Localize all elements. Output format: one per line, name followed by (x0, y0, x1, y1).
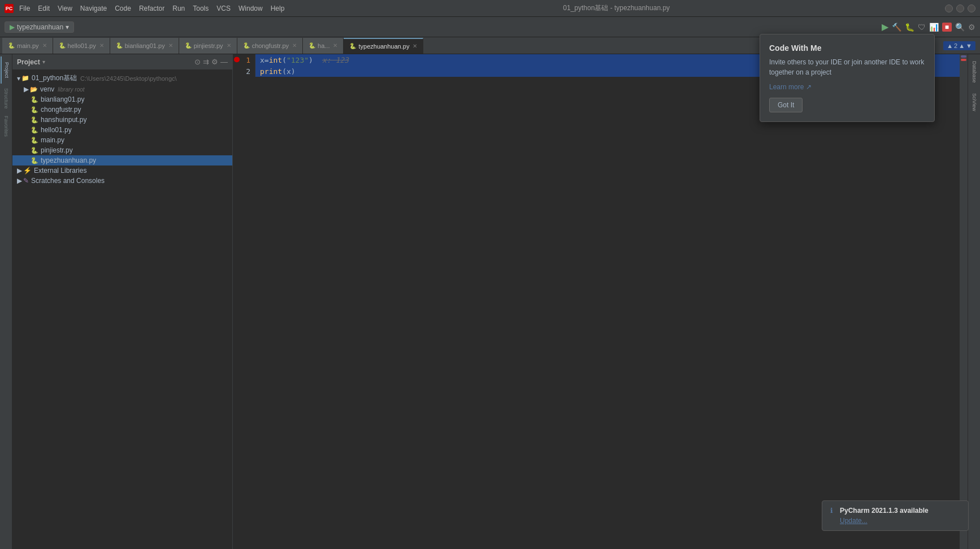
tree-chongfustr[interactable]: 🐍 chongfustr.py (12, 104, 232, 115)
minimize-button[interactable] (945, 5, 953, 12)
code-with-me-popup: Code With Me Invite others to your IDE o… (760, 34, 935, 122)
tree-hello01[interactable]: 🐍 hello01.py (12, 125, 232, 135)
tab-close-typezhuanhuan[interactable]: ✕ (413, 43, 417, 49)
settings-button[interactable]: ⚙ (968, 23, 975, 32)
menu-view[interactable]: View (54, 3, 76, 14)
tab-label: pinjiestr.py (194, 42, 223, 49)
collapse-all-icon[interactable]: ⇉ (203, 58, 209, 66)
problem-badge[interactable]: ▲ 2 ▲ ▼ (943, 41, 975, 50)
tree-scratches[interactable]: ▶ ✎ Scratches and Consoles (12, 176, 232, 186)
update-notification: ℹ PyCharm 2021.1.3 available Update... (822, 500, 969, 531)
tree-pinjiestr[interactable]: 🐍 pinjiestr.py (12, 145, 232, 155)
py-file-icon: 🐍 (59, 42, 66, 49)
tree-main[interactable]: 🐍 main.py (12, 135, 232, 145)
menu-navigate[interactable]: Navigate (77, 3, 110, 14)
right-sidebar: Database SciView (968, 54, 980, 549)
run-config-dropdown[interactable]: ▾ (66, 23, 69, 31)
update-content: ℹ PyCharm 2021.1.3 available Update... (830, 507, 960, 525)
close-button[interactable] (968, 5, 975, 12)
search-button[interactable]: 🔍 (955, 23, 965, 32)
update-title: PyCharm 2021.1.3 available (840, 507, 929, 515)
sidebar-item-structure[interactable]: Structure (1, 85, 12, 112)
got-it-button[interactable]: Got It (769, 98, 803, 112)
tab-hello01[interactable]: 🐍 hello01.py ✕ (53, 38, 110, 54)
file-name: bianliang01.py (41, 95, 84, 103)
sidebar-item-favorites[interactable]: Favorites (1, 113, 12, 140)
root-path: C:\Users\24245\Desktop\pythongc\ (80, 75, 177, 82)
expand-icon: ▶ (17, 167, 22, 175)
tab-close-ha[interactable]: ✕ (333, 42, 337, 49)
code-area[interactable]: x=int("123") x: 123 print(x) (233, 54, 968, 549)
tab-close-main[interactable]: ✕ (42, 42, 47, 49)
stop-button[interactable]: ■ (942, 23, 952, 32)
code-token: print (260, 67, 282, 76)
menu-window[interactable]: Window (235, 3, 266, 14)
tree-bianliang01[interactable]: 🐍 bianliang01.py (12, 94, 232, 104)
tree-venv[interactable]: ▶ 📂 venv library root (12, 84, 232, 94)
code-token: "123" (287, 56, 309, 64)
menu-vcs[interactable]: VCS (213, 3, 234, 14)
hide-panel-icon[interactable]: — (220, 58, 228, 66)
scratches-icon: ✎ (23, 177, 29, 185)
tab-main[interactable]: 🐍 main.py ✕ (2, 38, 53, 54)
menu-help[interactable]: Help (267, 3, 288, 14)
sidebar-item-database[interactable]: Database (970, 56, 978, 88)
project-header-icons: ⊙ ⇉ ⚙ — (194, 58, 228, 66)
run-button[interactable]: ▶ (882, 21, 888, 32)
file-name: chongfustr.py (41, 106, 81, 114)
expand-icon: ▶ (24, 85, 29, 93)
menu-run[interactable]: Run (169, 3, 188, 14)
info-icon: ℹ (830, 507, 833, 515)
menu-edit[interactable]: Edit (34, 3, 53, 14)
maximize-button[interactable] (956, 5, 964, 12)
debug-button[interactable]: 🐛 (905, 23, 914, 32)
tree-external-libs[interactable]: ▶ ⚡ External Libraries (12, 165, 232, 176)
badge-count: 2 (954, 42, 957, 49)
tab-close-hello01[interactable]: ✕ (99, 42, 104, 49)
menu-file[interactable]: File (16, 3, 33, 14)
tab-close-bianliang01[interactable]: ✕ (168, 42, 173, 49)
tab-close-chongfustr[interactable]: ✕ (292, 42, 297, 49)
tree-hanshuinput[interactable]: 🐍 hanshuinput.py (12, 115, 232, 125)
breakpoint-dot[interactable] (234, 56, 240, 64)
update-link[interactable]: Update... (840, 517, 929, 525)
menu-tools[interactable]: Tools (189, 3, 212, 14)
sidebar-item-project[interactable]: Project (1, 56, 12, 84)
tree-root[interactable]: ▾ 📁 01_python基础 C:\Users\24245\Desktop\p… (12, 72, 232, 84)
venv-icon: 📂 (30, 86, 38, 93)
menu-code[interactable]: Code (111, 3, 135, 14)
build-button[interactable]: 🔨 (892, 23, 901, 32)
tab-close-pinjiestr[interactable]: ✕ (227, 42, 231, 49)
tab-pinjiestr[interactable]: 🐍 pinjiestr.py ✕ (179, 38, 237, 54)
tab-ha[interactable]: 🐍 ha... ✕ (303, 38, 344, 54)
learn-more-link[interactable]: Learn more ↗ (769, 83, 812, 91)
editor-area: 1 2 x=int("123") x: 123 print(x) (233, 54, 968, 549)
code-token: ( (282, 67, 287, 76)
tab-label: chongfustr.py (252, 42, 289, 49)
tab-typezhuanhuan[interactable]: 🐍 typezhuanhuan.py ✕ (344, 38, 423, 54)
py-file-icon: 🐍 (309, 42, 315, 49)
tab-label: hello01.py (68, 42, 96, 49)
tab-label: bianliang01.py (125, 42, 165, 49)
profile-button[interactable]: 📊 (929, 23, 939, 32)
sidebar-item-sciview[interactable]: SciView (970, 89, 978, 116)
tab-chongfustr[interactable]: 🐍 chongfustr.py ✕ (237, 38, 303, 54)
code-token: ) (291, 67, 296, 76)
tree-typezhuanhuan[interactable]: 🐍 typezhuanhuan.py (12, 155, 232, 165)
project-settings-icon[interactable]: ⚙ (211, 58, 218, 66)
run-config-icon: ▶ (10, 23, 15, 31)
title-bar-left: PC File Edit View Navigate Code Refactor… (5, 3, 288, 14)
py-icon: 🐍 (31, 137, 38, 144)
folder-icon: 📁 (21, 75, 29, 82)
locate-icon[interactable]: ⊙ (194, 58, 201, 66)
menu-refactor[interactable]: Refactor (136, 3, 168, 14)
app-icon: PC (5, 4, 14, 13)
collapse-icon: ▾ (17, 75, 20, 82)
project-dropdown-arrow[interactable]: ▾ (42, 59, 45, 65)
run-config-selector[interactable]: ▶ typezhuanhuan ▾ (5, 21, 74, 33)
coverage-button[interactable]: 🛡 (918, 23, 926, 32)
py-icon: 🐍 (31, 96, 38, 103)
py-icon: 🐍 (31, 116, 38, 124)
tab-bianliang01[interactable]: 🐍 bianliang01.py ✕ (110, 38, 179, 54)
window-title: 01_python基础 - typezhuanhuan.py (563, 3, 670, 13)
